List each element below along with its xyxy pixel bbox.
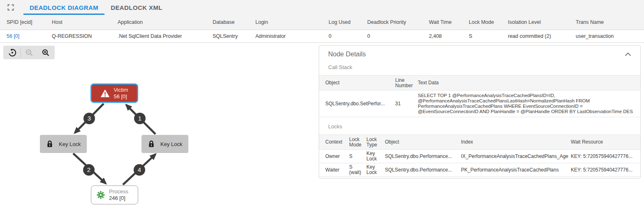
node-subtitle: 246 [0] <box>109 195 128 202</box>
cell-wait-resource: KEY: 5:720575940427776... <box>571 167 640 173</box>
column-header-lock-mode: Lock Mode <box>349 137 366 148</box>
cell-object: SQLSentry.dbo.SetPerfor... <box>325 101 395 107</box>
node-title: Victim <box>114 87 128 93</box>
column-header-application: Application <box>118 19 213 25</box>
cell-wait-resource: KEY: 5:720575940427776... <box>571 154 640 159</box>
column-header-isolation-level: Isolation Level <box>508 19 576 25</box>
cell-context: Owner <box>325 154 349 159</box>
lock-row-waiter[interactable]: Waiter S (wait) Key Lock SQLSentry.dbo.P… <box>319 163 640 177</box>
cell-lock-mode: S <box>469 33 508 39</box>
cell-log-used: 0 <box>329 33 367 39</box>
column-header-lock-type: Lock Type <box>366 137 385 148</box>
chevron-up-icon <box>625 52 631 56</box>
cell-login: Administrator <box>255 33 329 39</box>
cell-text-data: SELECT TOP 1 @PerformanceAnalysisTraceCa… <box>418 93 640 114</box>
column-header-object: Object <box>325 80 395 86</box>
cell-application: .Net SqlClient Data Provider <box>118 33 213 39</box>
zoom-in-icon <box>42 49 50 57</box>
warning-icon <box>100 89 110 97</box>
column-header-spid: SPID [ecid] <box>7 19 52 25</box>
cell-lock-mode: S (wait) <box>349 165 366 175</box>
zoom-out-icon <box>25 49 33 57</box>
tab-deadlock-xml[interactable]: DEADLOCK XML <box>104 0 169 15</box>
process-node[interactable]: Process 246 [0] <box>91 185 138 204</box>
edge-order-badge-2: 2 <box>83 164 95 176</box>
deadlock-edges: 1 2 3 4 <box>0 43 319 211</box>
deadlock-viewer: DEADLOCK DIAGRAM DEADLOCK XML SPID [ecid… <box>0 0 644 211</box>
column-header-line-number: Line Number <box>395 78 418 88</box>
cell-index: IX_PerformanceAnalysisTraceCachedPlans_A… <box>461 154 571 159</box>
tab-label: DEADLOCK DIAGRAM <box>30 4 98 11</box>
session-table-header: SPID [ecid] Host Application Database Lo… <box>0 15 644 30</box>
svg-text:4: 4 <box>138 166 141 173</box>
key-lock-node-right[interactable]: Key Lock <box>141 135 188 153</box>
node-title: Key Lock <box>160 141 182 147</box>
cell-host: Q-REGRESSION <box>52 33 118 39</box>
panel-title: Node Details <box>328 51 366 58</box>
svg-text:3: 3 <box>88 115 91 122</box>
session-table-row[interactable]: 56 [0] Q-REGRESSION .Net SqlClient Data … <box>0 30 644 43</box>
lock-icon <box>148 140 155 148</box>
cell-isolation-level: read committed (2) <box>508 33 576 39</box>
cell-trans-name: user_transaction <box>576 33 644 39</box>
node-title: Process <box>109 188 128 195</box>
call-stack-heading: Call Stack <box>328 64 640 70</box>
tab-bar: DEADLOCK DIAGRAM DEADLOCK XML <box>0 0 644 15</box>
column-header-text-data: Text Data <box>418 80 640 86</box>
reset-zoom-button[interactable] <box>4 46 21 59</box>
column-header-object: Object <box>385 139 461 145</box>
cell-wait-time: 2,408 <box>429 33 469 39</box>
diagram-zoom-toolbar <box>3 46 55 59</box>
cell-database: SQLSentry <box>213 33 255 39</box>
edge-order-badge-4: 4 <box>134 164 145 176</box>
reset-zoom-icon <box>8 48 17 57</box>
column-header-wait-resource: Wait Resource <box>571 139 640 145</box>
column-header-wait-time: Wait Time <box>429 19 469 25</box>
column-header-index: Index <box>461 139 571 145</box>
column-header-deadlock-priority: Deadlock Priority <box>367 19 429 25</box>
fullscreen-icon <box>7 4 14 11</box>
lock-icon <box>46 140 53 148</box>
cell-lock-type: Key Lock <box>366 165 385 175</box>
key-lock-node-left[interactable]: Key Lock <box>40 135 87 153</box>
node-title: Key Lock <box>59 141 81 147</box>
cell-lock-type: Key Lock <box>366 151 385 162</box>
edge-order-badge-1: 1 <box>134 113 146 124</box>
gear-icon <box>97 191 105 199</box>
fullscreen-button[interactable] <box>7 4 14 11</box>
victim-node[interactable]: Victim 56 [0] <box>90 83 138 103</box>
tab-label: DEADLOCK XML <box>111 4 162 11</box>
svg-text:2: 2 <box>87 166 90 173</box>
cell-context: Waiter <box>325 167 349 173</box>
cell-index: PK_PerformanceAnalysisTraceCachedPlans <box>461 167 571 173</box>
locks-header: Context Lock Mode Lock Type Object Index… <box>319 134 640 150</box>
call-stack-row[interactable]: SQLSentry.dbo.SetPerfor... 31 SELECT TOP… <box>319 90 640 117</box>
svg-text:1: 1 <box>138 115 141 122</box>
column-header-trans-name: Trans Name <box>576 19 644 25</box>
column-header-lock-mode: Lock Mode <box>469 19 508 25</box>
cell-lock-mode: S <box>349 154 366 159</box>
cell-object: SQLSentry.dbo.Performance... <box>385 167 461 173</box>
collapse-panel-button[interactable] <box>624 51 632 57</box>
node-details-panel: Node Details Call Stack Object Line Numb… <box>319 45 641 179</box>
zoom-in-button[interactable] <box>37 46 54 59</box>
call-stack-header: Object Line Number Text Data <box>319 75 640 90</box>
column-header-host: Host <box>52 19 118 25</box>
column-header-context: Context <box>325 139 349 145</box>
cell-object: SQLSentry.dbo.Performance... <box>385 154 461 159</box>
active-tab-underline <box>23 14 104 15</box>
diagram-canvas: 1 2 3 4 <box>0 43 644 211</box>
lock-row-owner[interactable]: Owner S Key Lock SQLSentry.dbo.Performan… <box>319 150 640 163</box>
cell-line-number: 31 <box>395 101 418 107</box>
column-header-database: Database <box>213 19 255 25</box>
tab-deadlock-diagram[interactable]: DEADLOCK DIAGRAM <box>23 0 104 15</box>
node-subtitle: 56 [0] <box>114 93 128 100</box>
zoom-out-button[interactable] <box>21 46 37 59</box>
column-header-login: Login <box>255 19 329 25</box>
column-header-log-used: Log Used <box>329 19 367 25</box>
cell-deadlock-priority: 0 <box>367 33 429 39</box>
spid-link[interactable]: 56 [0] <box>7 33 19 39</box>
locks-heading: Locks <box>328 123 640 130</box>
edge-order-badge-3: 3 <box>83 113 95 124</box>
